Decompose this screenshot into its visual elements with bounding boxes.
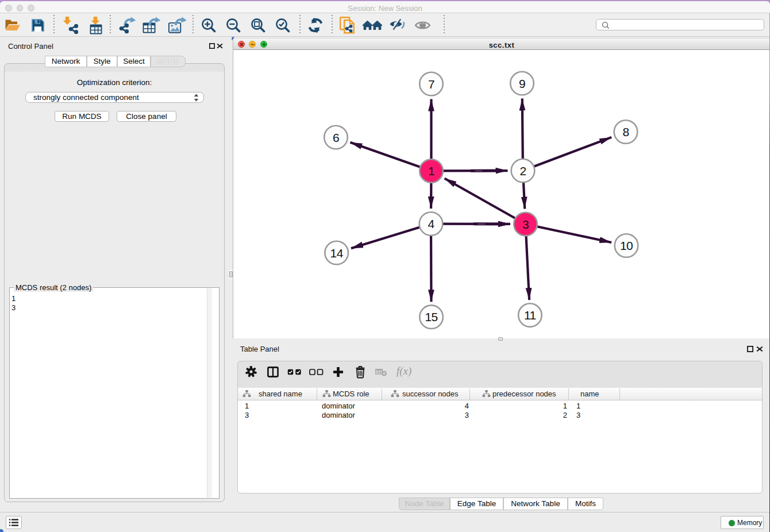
svg-text:11: 11 [524,309,536,322]
svg-text:15: 15 [425,310,438,323]
svg-text:6: 6 [333,131,339,144]
svg-text:9: 9 [519,77,525,90]
svg-text:7: 7 [428,78,434,91]
svg-text:14: 14 [330,246,344,260]
svg-text:3: 3 [522,218,529,231]
svg-text:2: 2 [519,164,526,178]
svg-text:8: 8 [622,125,629,138]
svg-text:4: 4 [428,217,434,230]
svg-text:10: 10 [620,239,633,252]
svg-text:1: 1 [428,164,434,178]
